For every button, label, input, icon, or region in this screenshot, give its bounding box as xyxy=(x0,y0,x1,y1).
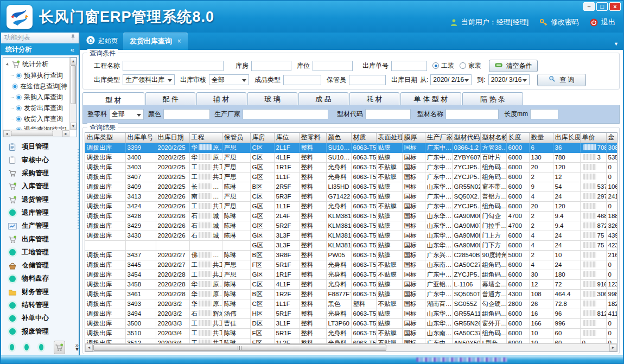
cell[interactable] xyxy=(580,250,606,260)
cell[interactable]: C区 xyxy=(250,152,274,162)
cell[interactable]: L-1106 xyxy=(452,279,480,289)
cell[interactable]: 6063-T5 xyxy=(351,289,376,299)
cell[interactable]: 4300 xyxy=(506,289,529,299)
cell[interactable]: 调拨出库 xyxy=(85,201,125,211)
cell[interactable]: 5000 xyxy=(506,250,529,260)
cell[interactable]: 306 xyxy=(580,289,606,299)
cell[interactable]: 国标 xyxy=(402,338,425,343)
cell[interactable]: 不贴膜 xyxy=(376,172,402,182)
cell[interactable]: 2020/2/25 xyxy=(156,143,189,152)
cell[interactable]: LI35HD xyxy=(326,182,351,191)
cell[interactable]: 106 xyxy=(606,182,617,191)
cell[interactable]: 调拨出库 xyxy=(85,338,125,343)
cell[interactable]: GA50C27 xyxy=(452,260,480,270)
cell[interactable]: 陈琳 xyxy=(222,328,250,338)
cell[interactable]: 严思 xyxy=(222,191,250,201)
cell[interactable]: 整料 xyxy=(299,270,326,279)
cell[interactable]: B区 xyxy=(250,182,274,191)
cell[interactable]: 9.4 xyxy=(553,211,580,221)
sidebar-item-入库管理[interactable]: 入库管理 xyxy=(8,181,79,192)
cell[interactable]: 整料 xyxy=(299,231,326,240)
cell[interactable]: 1L1F xyxy=(274,299,299,309)
cell[interactable]: 120 xyxy=(553,201,580,211)
cell[interactable]: 调拨出库 xyxy=(85,309,125,318)
cell[interactable] xyxy=(580,328,606,338)
minimize-button[interactable]: – xyxy=(583,2,595,11)
cell[interactable]: 国标 xyxy=(402,182,425,191)
cell[interactable]: 0366-1.2 xyxy=(452,143,480,152)
cell[interactable]: 3500 xyxy=(125,318,156,328)
radio-jiazhuang-label[interactable]: 家装 xyxy=(468,61,481,71)
cell[interactable]: SU10… xyxy=(326,152,351,162)
material-tab[interactable]: 单 体 型 材 xyxy=(400,92,461,105)
cell[interactable]: G区 xyxy=(250,162,274,172)
dot-icon[interactable] xyxy=(39,344,43,350)
cell[interactable]: 光身料 xyxy=(326,260,351,270)
cell[interactable]: KLM3817 xyxy=(326,240,351,250)
cell[interactable]: 普铝方… xyxy=(480,191,506,201)
material-tab[interactable]: 辅 材 xyxy=(196,92,246,105)
cell[interactable]: 6063-T5 xyxy=(351,338,376,343)
cell[interactable] xyxy=(189,240,222,250)
table-row[interactable]: 调拨出库34582020/2/28华原…陈琳C区4L1F整料光身料6063-T5… xyxy=(85,279,617,289)
cell[interactable]: 组角码… xyxy=(480,201,506,211)
cell[interactable]: 2020/2/26 xyxy=(156,221,189,231)
cell[interactable]: 6000 xyxy=(506,260,529,270)
dot-icon[interactable] xyxy=(10,344,14,350)
cart-shortcut-button[interactable] xyxy=(54,341,65,354)
cell[interactable]: 24 xyxy=(553,260,580,270)
cell[interactable]: 整料 xyxy=(299,221,326,231)
cell[interactable]: 6000 xyxy=(506,270,529,279)
cell[interactable]: 6063-T5 xyxy=(351,240,376,250)
cell[interactable]: 6000 xyxy=(506,191,529,201)
table-row[interactable]: 调拨出库33992020/2/25华原…严思C区2L1F整料SU10…6063-… xyxy=(85,143,617,152)
cell[interactable]: 2 xyxy=(529,172,553,182)
column-header[interactable]: 金 xyxy=(606,133,617,143)
cell[interactable]: KLM3817 xyxy=(326,231,351,240)
cell[interactable]: 72.8 xyxy=(553,299,580,309)
cell[interactable]: 工共工程 xyxy=(189,328,222,338)
cell[interactable]: GA90M08… xyxy=(452,231,480,240)
tree-root[interactable]: 统计分析 xyxy=(3,58,77,70)
cell[interactable]: 国标 xyxy=(402,309,425,318)
logout-button[interactable]: 退出 xyxy=(590,17,615,27)
cell[interactable]: 国标 xyxy=(402,191,425,201)
cell[interactable]: GA90M07… xyxy=(452,221,480,231)
cell[interactable]: 不贴膜 xyxy=(376,270,402,279)
cell[interactable]: 2020/2/26 xyxy=(156,191,189,201)
cell[interactable]: 严思 xyxy=(222,270,250,279)
cell[interactable]: 1R1F xyxy=(274,162,299,172)
cell[interactable]: 组角码… xyxy=(480,270,506,279)
cell[interactable]: 陈琳 xyxy=(222,250,250,260)
cell[interactable]: 6000 xyxy=(506,338,529,343)
cell[interactable]: 1L2F xyxy=(274,338,299,343)
cell[interactable]: 幕墙全… xyxy=(480,279,506,289)
keeper-input[interactable] xyxy=(349,75,386,85)
cell[interactable]: 75 xyxy=(580,240,606,250)
cell[interactable]: 0 xyxy=(606,328,617,338)
cell[interactable]: 广亚铝… xyxy=(425,279,452,289)
cell[interactable]: 2 xyxy=(529,211,553,221)
cell[interactable]: 门勾企 xyxy=(480,211,506,221)
cell[interactable]: G区 xyxy=(250,201,274,211)
cell[interactable]: 10 xyxy=(553,250,580,260)
close-button[interactable]: × xyxy=(609,2,621,11)
material-tab[interactable]: 隔 热 条 xyxy=(462,92,523,105)
cell[interactable]: 陈琳 xyxy=(222,221,250,231)
cell[interactable]: 门拉手… xyxy=(480,221,506,231)
cell[interactable]: 411 xyxy=(606,309,617,318)
table-row[interactable]: 调拨出库34452020/2/27工共工程严思F区5R1F整料光身料6063-T… xyxy=(85,260,617,270)
sidebar-item-财务管理[interactable]: 财务管理 xyxy=(8,286,79,298)
cell[interactable]: 国标 xyxy=(402,318,425,328)
cell[interactable]: 180 xyxy=(553,270,580,279)
cell[interactable]: 石城 xyxy=(189,221,222,231)
cell[interactable]: 贴膜 xyxy=(376,143,402,152)
table-row[interactable]: 调拨出库34942020/3/2石辉城汤伟H区5R1F整料光身料6063-T5贴… xyxy=(85,309,617,318)
cell[interactable]: 6 xyxy=(529,143,553,152)
cell[interactable]: 6063-T5 xyxy=(351,221,376,231)
cell[interactable]: 2020/3/2 xyxy=(156,299,189,309)
cell[interactable]: 308 xyxy=(606,143,617,152)
cell[interactable]: 6000 xyxy=(506,231,529,240)
cell[interactable]: 贴膜 xyxy=(376,221,402,231)
cell[interactable]: B区 xyxy=(250,250,274,260)
